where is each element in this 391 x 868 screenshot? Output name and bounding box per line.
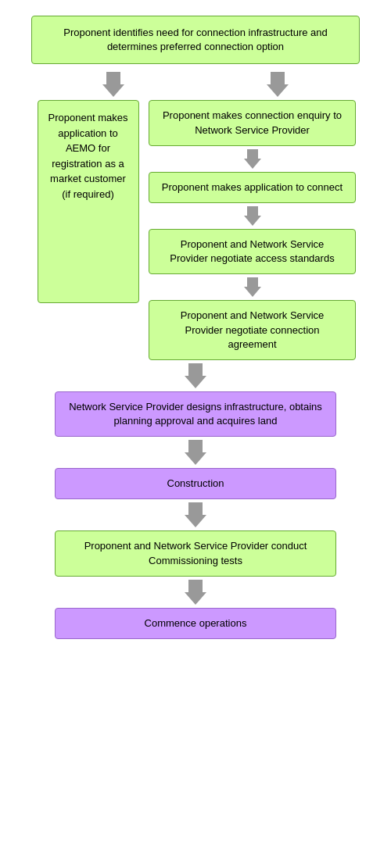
- left-box-text: Proponent makes application to AEMO for …: [48, 112, 128, 200]
- arrow-4: [185, 363, 206, 388]
- arrow-3: [244, 277, 261, 297]
- access-standards-box: Proponent and Network Service Provider n…: [149, 229, 356, 274]
- application-connect-box: Proponent makes application to connect: [149, 172, 356, 203]
- top-box: Proponent identifies need for connection…: [31, 16, 360, 64]
- top-box-text: Proponent identifies need for connection…: [63, 27, 328, 52]
- commence-operations-text: Commence operations: [145, 617, 247, 629]
- split-section: Proponent makes application to AEMO for …: [31, 100, 360, 360]
- arrow-left-split: [102, 72, 124, 97]
- arrow-7: [185, 580, 206, 605]
- left-registration-box: Proponent makes application to AEMO for …: [38, 100, 139, 303]
- arrow-right-split: [267, 72, 289, 97]
- commissioning-text: Proponent and Network Service Provider c…: [84, 540, 307, 566]
- infrastructure-text: Network Service Provider designs infrast…: [69, 401, 322, 427]
- application-connect-text: Proponent makes application to connect: [162, 181, 343, 193]
- left-column: Proponent makes application to AEMO for …: [31, 100, 145, 360]
- infrastructure-box: Network Service Provider designs infrast…: [55, 391, 336, 437]
- access-standards-text: Proponent and Network Service Provider n…: [170, 238, 334, 264]
- construction-box: Construction: [55, 468, 336, 499]
- enquiry-box: Proponent makes connection enquiry to Ne…: [149, 100, 356, 145]
- bottom-section: Network Service Provider designs infrast…: [31, 360, 360, 639]
- right-column: Proponent makes connection enquiry to Ne…: [145, 100, 360, 360]
- arrow-6: [185, 502, 206, 527]
- arrow-2: [244, 206, 261, 226]
- connection-agreement-box: Proponent and Network Service Provider n…: [149, 300, 356, 360]
- enquiry-box-text: Proponent makes connection enquiry to Ne…: [163, 109, 342, 135]
- flow-diagram: Proponent identifies need for connection…: [8, 16, 383, 639]
- connection-agreement-text: Proponent and Network Service Provider n…: [181, 309, 325, 349]
- arrow-5: [185, 440, 206, 465]
- construction-text: Construction: [167, 477, 224, 489]
- commissioning-box: Proponent and Network Service Provider c…: [55, 530, 336, 576]
- commence-operations-box: Commence operations: [55, 608, 336, 639]
- arrow-1: [244, 149, 261, 169]
